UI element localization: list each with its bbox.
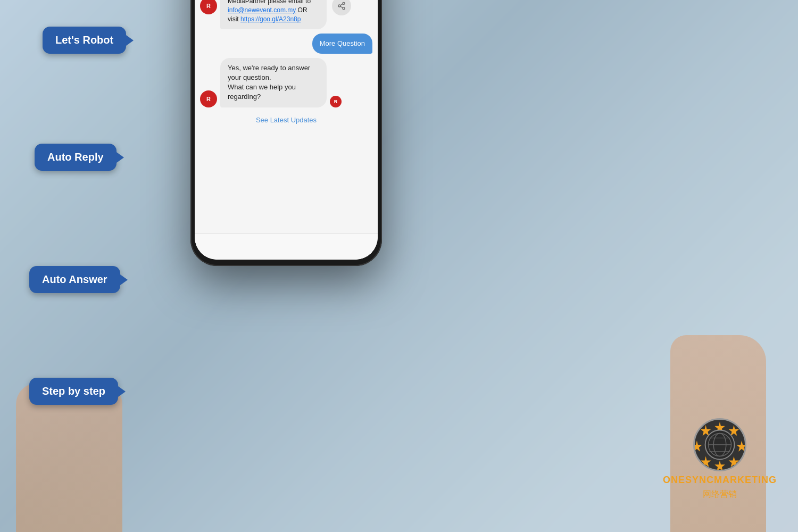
avatar: R	[200, 0, 217, 14]
brand-logo	[693, 418, 746, 471]
svg-marker-11	[695, 440, 702, 452]
incoming-bubble: Yes, we're ready to answer your question…	[220, 58, 327, 107]
small-avatar: R	[330, 96, 342, 107]
phone-screen: Hi R Dear Junilization. Reply 'ok' to ch…	[195, 0, 378, 260]
see-updates-row: See Latest Updates	[200, 112, 372, 128]
brand-chinese: 网络营销	[703, 489, 737, 500]
label-lets-robot: Let's Robot	[43, 27, 126, 54]
svg-line-4	[340, 4, 343, 5]
chat-messages: Hi R Dear Junilization. Reply 'ok' to ch…	[195, 0, 378, 233]
incoming-bubble: If you would like to become our MediaPar…	[220, 0, 327, 29]
email-link[interactable]: info@newevent.com.my	[228, 6, 296, 14]
brand-name: ONESYNCMARKETING	[663, 475, 777, 486]
avatar-letter: R	[206, 3, 211, 9]
label-auto-answer: Auto Answer	[29, 266, 120, 293]
svg-marker-7	[736, 440, 745, 452]
label-auto-reply: Auto Reply	[35, 144, 117, 171]
svg-marker-8	[729, 456, 739, 468]
msg-row: R If you would like to become our MediaP…	[200, 0, 372, 29]
chat-area: Hi R Dear Junilization. Reply 'ok' to ch…	[195, 0, 378, 260]
hand-left	[16, 383, 122, 532]
chat-footer	[195, 233, 378, 260]
see-latest-updates-link[interactable]: See Latest Updates	[256, 112, 317, 128]
avatar-letter: R	[206, 96, 211, 102]
svg-point-1	[338, 5, 340, 7]
svg-point-2	[343, 7, 345, 10]
msg-row: R Yes, we're ready to answer your questi…	[200, 58, 372, 107]
svg-marker-9	[714, 460, 725, 470]
branding: ONESYNCMARKETING 网络营销	[663, 418, 777, 500]
svg-marker-10	[701, 456, 711, 468]
msg-row: More Question	[200, 34, 372, 54]
phone-frame: Hi R Dear Junilization. Reply 'ok' to ch…	[190, 0, 382, 266]
svg-point-0	[343, 2, 345, 4]
brand-logo-svg	[695, 419, 745, 470]
share-icon[interactable]	[332, 0, 351, 15]
url-link[interactable]: https://goo.gl/A23n8p	[240, 15, 301, 23]
phone-wrapper: Hi R Dear Junilization. Reply 'ok' to ch…	[190, 0, 382, 266]
outgoing-bubble: More Question	[312, 34, 372, 54]
label-step-by-step: Step by step	[29, 378, 118, 405]
avatar: R	[200, 90, 217, 107]
svg-line-3	[340, 6, 343, 8]
